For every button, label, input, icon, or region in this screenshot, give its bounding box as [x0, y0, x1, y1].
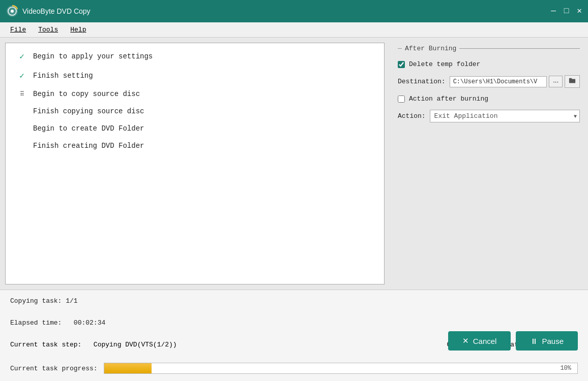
current-task-step-value: Copying DVD(VTS(1/2)): [94, 341, 177, 348]
minimize-button[interactable]: —: [551, 7, 556, 15]
step-2-icon: ✓: [16, 71, 28, 81]
step-2-text: Finish setting: [33, 72, 93, 80]
step-5-text: Begin to create DVD Folder: [33, 124, 144, 133]
step-5: Begin to create DVD Folder: [16, 124, 374, 133]
step-2: ✓ Finish setting: [16, 71, 374, 81]
elapsed-time-label: Elapsed time:: [10, 319, 62, 327]
app-logo: [6, 5, 18, 17]
maximize-button[interactable]: □: [564, 7, 569, 15]
action-select[interactable]: Exit Application Sleep Hibernate Shut Do…: [430, 110, 580, 122]
left-panel: ✓ Begin to apply your settings ✓ Finish …: [5, 43, 385, 284]
close-button[interactable]: ✕: [577, 7, 582, 15]
copying-task-label: Copying task:: [10, 297, 62, 305]
folder-icon: [569, 77, 576, 84]
action-row: Action: Exit Application Sleep Hibernate…: [398, 110, 580, 122]
section-header: After Burning: [398, 45, 580, 52]
browse-button[interactable]: ···: [549, 76, 563, 87]
progress-bar: 10%: [104, 363, 578, 374]
menu-bar: File Tools Help: [0, 22, 588, 38]
menu-help[interactable]: Help: [64, 24, 92, 36]
destination-label: Destination:: [398, 78, 446, 85]
step-4: Finish copying source disc: [16, 107, 374, 115]
progress-row: Current task progress: 10%: [10, 363, 578, 374]
bottom-wrapper: Copying task: 1/1 Elapsed time: 00:02:34…: [0, 290, 588, 381]
step-6-text: Finish creating DVD Folder: [33, 142, 144, 150]
progress-bar-fill: [104, 363, 152, 373]
folder-button[interactable]: [565, 75, 580, 88]
delete-temp-label[interactable]: Delete temp folder: [409, 60, 480, 68]
action-after-burning-label[interactable]: Action after burning: [409, 95, 488, 103]
pause-label: Pause: [542, 337, 564, 345]
cancel-label: Cancel: [473, 337, 497, 345]
window-controls: — □ ✕: [551, 7, 582, 15]
copying-task-value: 1/1: [66, 297, 77, 305]
destination-row: Destination: ···: [398, 75, 580, 88]
app-title: VideoByte DVD Copy: [22, 7, 551, 15]
action-select-wrapper: Exit Application Sleep Hibernate Shut Do…: [430, 110, 580, 122]
elapsed-time-row: Elapsed time: 00:02:34: [10, 319, 578, 327]
progress-percent: 10%: [560, 365, 571, 372]
menu-file[interactable]: File: [4, 24, 32, 36]
pause-icon: ⏸: [530, 337, 538, 345]
action-after-burning-checkbox[interactable]: [398, 96, 405, 103]
pause-button[interactable]: ⏸ Pause: [516, 331, 578, 351]
section-line-left: [398, 48, 402, 49]
step-3-icon: ⠿: [16, 90, 28, 98]
title-bar: VideoByte DVD Copy — □ ✕: [0, 0, 588, 22]
step-3: ⠿ Begin to copy source disc: [16, 90, 374, 98]
action-after-burning-row: Action after burning: [398, 95, 580, 103]
current-task-step-label: Current task step:: [10, 341, 81, 348]
step-3-text: Begin to copy source disc: [33, 90, 140, 98]
step-1-icon: ✓: [16, 51, 28, 61]
elapsed-time-value: 00:02:34: [74, 319, 105, 327]
menu-tools[interactable]: Tools: [32, 24, 64, 36]
step-4-text: Finish copying source disc: [33, 107, 144, 115]
step-6: Finish creating DVD Folder: [16, 142, 374, 150]
action-buttons: ✕ Cancel ⏸ Pause: [448, 331, 578, 351]
delete-temp-checkbox[interactable]: [398, 61, 405, 68]
cancel-button[interactable]: ✕ Cancel: [448, 331, 511, 351]
task-step-left: Current task step: Copying DVD(VTS(1/2)): [10, 341, 177, 348]
section-line-right: [459, 48, 580, 49]
step-1: ✓ Begin to apply your settings: [16, 51, 374, 61]
copying-task-row: Copying task: 1/1: [10, 297, 578, 305]
section-title: After Burning: [405, 45, 456, 52]
progress-label: Current task progress:: [10, 365, 98, 372]
delete-temp-row: Delete temp folder: [398, 60, 580, 68]
main-area: ✓ Begin to apply your settings ✓ Finish …: [0, 38, 588, 290]
right-panel: After Burning Delete temp folder Destina…: [390, 38, 588, 290]
step-1-text: Begin to apply your settings: [33, 52, 153, 60]
cancel-icon: ✕: [462, 336, 469, 345]
svg-point-2: [11, 10, 14, 13]
destination-input[interactable]: [450, 76, 547, 87]
action-label: Action:: [398, 112, 426, 120]
